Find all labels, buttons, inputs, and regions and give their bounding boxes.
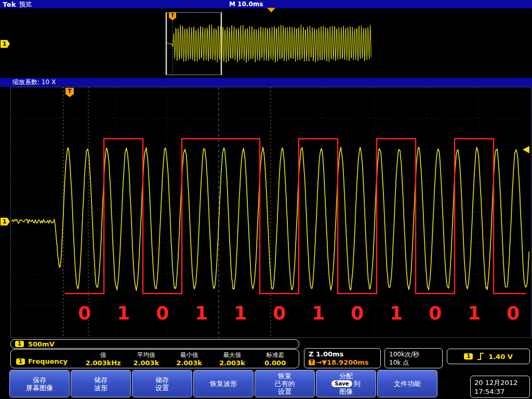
menu-label-line: 屏幕图像 xyxy=(26,384,53,392)
col-header: 平均值 xyxy=(137,351,155,359)
zoom-waveform-display: 010110101010 T xyxy=(0,87,532,338)
measurement-col-stddev: 标准差 0.000 xyxy=(254,351,297,367)
main-timebase-readout[interactable]: M 10.0ms xyxy=(229,1,263,8)
measurement-name: Frequency xyxy=(28,357,68,365)
rising-edge-icon xyxy=(477,352,484,361)
bit-digit: 1 xyxy=(195,302,208,324)
menu-label-fragment: 到 xyxy=(354,380,361,388)
zoom-factor-bar: 缩放系数: 10 X xyxy=(0,78,532,87)
softkey-menu: 保存 屏幕图像 储存 波形 储存 设置 恢复波形 恢复 已有的 设置 分配 Sa… xyxy=(9,370,437,397)
zoom-scale-value: Z 1.00ms xyxy=(309,350,343,358)
measurement-col-mean: 平均值 2.003k xyxy=(125,351,168,367)
bit-digit: 0 xyxy=(156,302,169,324)
menu-label-line: 储存 xyxy=(155,376,169,384)
menu-label-line: Save 到 xyxy=(331,380,360,388)
col-header: 值 xyxy=(100,351,107,359)
zoom-timebase-readout[interactable]: Z 1.00ms T →▼18.9200ms xyxy=(304,348,381,368)
trigger-source-pill: 1 xyxy=(464,353,473,360)
zoom-trigger-flag[interactable]: T xyxy=(65,88,74,97)
bit-digit: 1 xyxy=(234,302,247,324)
menu-label-line: 设置 xyxy=(155,384,169,392)
acquisition-readout: 100k次/秒 10k 点 xyxy=(384,348,443,368)
trigger-flag-letter: T xyxy=(68,88,72,95)
col-value: 2.003k xyxy=(176,359,202,367)
zoom-position-text: →▼18.9200ms xyxy=(316,358,368,366)
col-header: 标准差 xyxy=(266,351,284,359)
bit-digit: 0 xyxy=(351,302,364,324)
date-value: 20 12月2012 xyxy=(474,378,517,387)
measurement-col-value: 值 2.003kHz xyxy=(82,351,125,367)
col-header: 最小值 xyxy=(180,351,198,359)
bit-digit: 1 xyxy=(312,302,325,324)
sample-rate-value: 100k次/秒 xyxy=(389,350,419,358)
oscilloscope-screen: Tek 预览 M 10.0ms T 1 缩放系数: 10 X 010110101… xyxy=(0,0,532,399)
menu-label-line: 恢复波形 xyxy=(210,380,237,388)
trigger-readout[interactable]: 1 1.40 V xyxy=(447,349,530,364)
menu-label-line: 恢复 xyxy=(278,372,291,380)
channel-1-trace xyxy=(11,147,529,290)
bit-digit: 1 xyxy=(390,302,403,324)
trigger-flag-letter: T xyxy=(171,13,175,18)
menu-label-line: 图像 xyxy=(339,388,353,395)
menu-save-setup-button[interactable]: 储存 设置 xyxy=(132,370,192,397)
top-status-bar: Tek 预览 M 10.0ms xyxy=(0,0,532,8)
preview-trigger-flag[interactable]: T xyxy=(169,12,176,20)
channel-1-overview-trace xyxy=(167,24,371,62)
channel-1-pill: 1 xyxy=(15,341,24,347)
trigger-level-arrow-icon[interactable] xyxy=(523,146,529,153)
datetime-readout: 20 12月2012 17:54:37 xyxy=(470,376,530,398)
menu-file-utilities-button[interactable]: 文件功能 xyxy=(377,370,437,397)
trigger-level-value: 1.40 V xyxy=(488,353,513,361)
zoom-window-bracket[interactable] xyxy=(166,12,221,75)
measurement-readout: 1 Frequency 值 2.003kHz 平均值 2.003k 最小值 2.… xyxy=(10,349,299,368)
menu-label-line: 保存 xyxy=(33,376,46,384)
bit-digit: 1 xyxy=(468,302,481,324)
channel-1-pill: 1 xyxy=(16,358,25,365)
menu-label-line: 设置 xyxy=(278,388,291,395)
trigger-flag-mini-icon: T xyxy=(309,360,315,365)
preview-mode-label: 预览 xyxy=(19,0,32,9)
zoom-position-value: T →▼18.9200ms xyxy=(309,358,369,366)
menu-recall-setup-button[interactable]: 恢复 已有的 设置 xyxy=(255,370,315,397)
zoom-window-rect[interactable] xyxy=(166,12,221,75)
time-value: 17:54:37 xyxy=(474,387,504,396)
menu-label-line: 文件功能 xyxy=(394,380,421,388)
menu-save-waveform-button[interactable]: 储存 波形 xyxy=(71,370,131,397)
measurement-source: 1 Frequency xyxy=(13,357,82,367)
measurement-col-min: 最小值 2.003k xyxy=(168,351,211,367)
bit-digit: 0 xyxy=(507,302,520,324)
bit-digit: 0 xyxy=(78,302,91,324)
menu-label-line: 已有的 xyxy=(275,380,295,388)
col-value: 2.003kHz xyxy=(85,359,121,367)
measurement-col-max: 最大值 2.003k xyxy=(210,351,254,367)
channel-scale-readout[interactable]: 1 500mV xyxy=(10,339,299,349)
channel-scale-value: 500mV xyxy=(28,340,55,348)
menu-save-screen-image-button[interactable]: 保存 屏幕图像 xyxy=(9,370,70,397)
col-header: 最大值 xyxy=(223,351,242,359)
menu-label-line: 储存 xyxy=(94,376,108,384)
menu-recall-waveform-button[interactable]: 恢复波形 xyxy=(193,370,254,397)
waveform-traces: 010110101010 xyxy=(11,139,529,324)
col-value: 2.003k xyxy=(219,359,245,367)
menu-label-line: 波形 xyxy=(94,384,108,392)
menu-assign-save-button[interactable]: 分配 Save 到 图像 xyxy=(316,370,376,397)
graticule xyxy=(11,87,530,338)
bit-digit: 0 xyxy=(273,302,286,324)
col-value: 2.003k xyxy=(133,359,159,367)
tek-logo: Tek xyxy=(3,1,16,8)
zoom-factor-label: 缩放系数: 10 X xyxy=(12,78,56,86)
menu-label-line: 分配 xyxy=(339,372,353,380)
col-value: 0.000 xyxy=(264,359,286,367)
save-button-icon: Save xyxy=(331,380,352,387)
overview-waveform-display: T xyxy=(0,8,532,78)
record-length-value: 10k 点 xyxy=(389,358,409,367)
bit-digit: 0 xyxy=(429,302,442,324)
bit-digit: 1 xyxy=(117,302,130,324)
